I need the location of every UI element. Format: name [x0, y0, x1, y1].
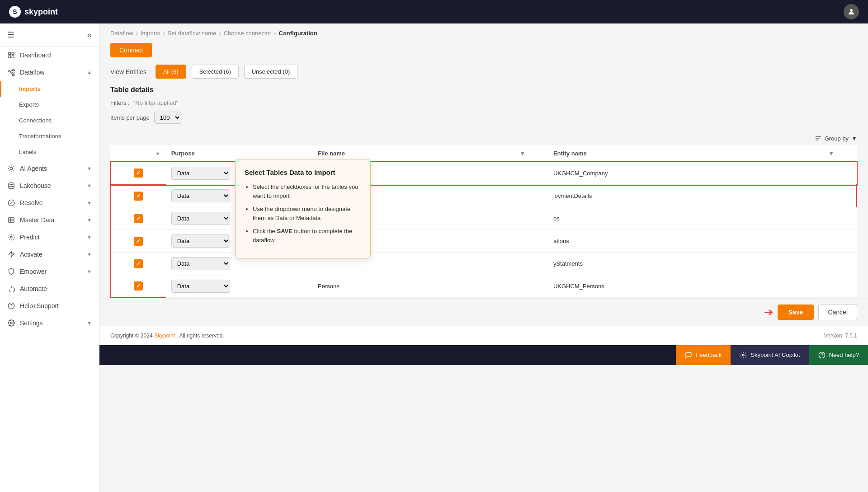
sidebar-item-dataflow[interactable]: Dataflow ▲ [0, 64, 99, 81]
view-entities-selected-button[interactable]: Selected (6) [192, 65, 239, 79]
row5-checkbox[interactable] [134, 259, 143, 268]
sidebar-label-resolve: Resolve [20, 199, 43, 206]
row1-filter2-cell [823, 162, 857, 185]
sep1: › [136, 30, 138, 37]
sidebar-item-connections[interactable]: Connections [0, 112, 99, 128]
settings-chevron: ▼ [87, 320, 92, 326]
copilot-icon [740, 351, 747, 359]
aiagents-chevron: ▼ [87, 166, 92, 171]
row1-entity-cell: UKGHCM_Company [548, 162, 823, 185]
sidebar-item-aiagents[interactable]: AI Agents ▼ [0, 160, 99, 177]
row2-filter2-cell [823, 185, 857, 207]
sidebar-item-imports[interactable]: Imports [0, 81, 99, 97]
feedback-button[interactable]: Feedback [676, 345, 731, 365]
sidebar-collapse-icon[interactable]: « [87, 30, 92, 40]
row6-purpose-select[interactable]: DataMetadata [171, 280, 230, 293]
sidebar-item-masterdata[interactable]: Master Data ▼ [0, 211, 99, 229]
table-container: Select Tables Data to Import Select the … [99, 145, 868, 298]
view-entities-unselected-button[interactable]: Unselected (0) [244, 65, 298, 79]
connect-button[interactable]: Connect [110, 43, 152, 57]
row2-entity-name: loymentDetails [553, 192, 592, 199]
sidebar-item-transformations[interactable]: Transformations [0, 128, 99, 144]
row5-filter-cell [514, 253, 548, 275]
main-layout: ☰ « Dashboard Dataflow ▲ Imports Exports [0, 23, 868, 492]
purpose-col-label: Purpose [171, 150, 195, 157]
breadcrumb-dataflow[interactable]: Dataflow [110, 30, 133, 37]
row1-purpose-select[interactable]: DataMetadata [171, 167, 230, 180]
row5-purpose-select[interactable]: DataMetadata [171, 257, 230, 270]
help-button[interactable]: Need help? [809, 345, 868, 365]
row2-purpose-select[interactable]: DataMetadata [171, 189, 230, 202]
row3-purpose-select[interactable]: DataMetadata [171, 212, 230, 225]
copilot-button[interactable]: Skypoint AI Copilot [731, 345, 809, 365]
table-row: DataMetadata ations [111, 230, 857, 253]
sidebar-item-helpsupport[interactable]: Help+Support [0, 297, 99, 314]
row6-filter-cell [514, 275, 548, 298]
row2-checkbox[interactable] [134, 192, 143, 201]
sidebar-item-settings[interactable]: Settings ▼ [0, 314, 99, 332]
sidebar-item-activate[interactable]: Activate ▼ [0, 246, 99, 263]
filters-label: Filters : [110, 99, 130, 106]
cancel-button[interactable]: Cancel [818, 304, 857, 320]
sidebar-item-predict[interactable]: Predict ▼ [0, 229, 99, 246]
view-entities-all-button[interactable]: All (6) [156, 65, 186, 79]
items-per-page-select[interactable]: 100 50 25 [154, 112, 181, 124]
sidebar-label-lakehouse: Lakehouse [20, 182, 51, 189]
breadcrumb-imports[interactable]: Imports [141, 30, 160, 37]
filename-filter-icon[interactable]: ▼ [519, 150, 525, 157]
empower-chevron: ▼ [87, 269, 92, 274]
row6-filename-cell: Persons [312, 275, 514, 298]
svg-point-26 [742, 354, 744, 356]
sidebar-item-dashboard[interactable]: Dashboard [0, 47, 99, 64]
sidebar-label-helpsupport: Help+Support [20, 302, 59, 309]
sidebar-label-masterdata: Master Data [20, 216, 54, 224]
sidebar-item-automate[interactable]: Automate [0, 280, 99, 297]
sidebar-label-exports: Exports [19, 101, 39, 108]
select-tables-popover: Select Tables Data to Import Select the … [235, 159, 371, 258]
svg-point-0 [850, 9, 853, 12]
filename-col-label: File name [318, 150, 345, 157]
sep4: › [274, 30, 276, 37]
row6-checkbox[interactable] [134, 281, 143, 291]
empower-icon [7, 267, 15, 276]
svg-point-13 [9, 183, 14, 184]
save-button[interactable]: Save [778, 305, 814, 320]
header-chevron-down-icon[interactable]: ▼ [156, 151, 160, 156]
popover-title: Select Tables Data to Import [245, 169, 361, 176]
row4-purpose-select[interactable]: DataMetadata [171, 234, 230, 248]
group-by-icon [815, 135, 822, 142]
sidebar-menu-icon[interactable]: ☰ [7, 30, 14, 40]
breadcrumb-setname[interactable]: Set dataflow name [168, 30, 217, 37]
row4-checkbox[interactable] [134, 237, 143, 246]
sidebar-label-empower: Empower [20, 268, 47, 275]
masterdata-chevron: ▼ [87, 217, 92, 223]
sidebar-label-settings: Settings [20, 319, 43, 327]
sidebar-item-empower[interactable]: Empower ▼ [0, 263, 99, 280]
row1-checkbox[interactable] [134, 169, 143, 178]
sidebar-item-exports[interactable]: Exports [0, 97, 99, 112]
sidebar-item-lakehouse[interactable]: Lakehouse ▼ [0, 177, 99, 194]
entity-col-label: Entity name [553, 150, 587, 157]
row4-filter-cell [514, 230, 548, 253]
app-name: skypoint [24, 7, 58, 17]
sidebar-item-labels[interactable]: Labels [0, 144, 99, 160]
row6-entity-cell: UKGHCM_Persons [548, 275, 823, 298]
row3-checkbox[interactable] [134, 214, 143, 223]
popover-bullet-list: Select the checkboxes for the tables you… [245, 183, 361, 244]
sidebar-label-activate: Activate [20, 251, 42, 258]
group-by-button[interactable]: Group by ▼ [815, 135, 857, 142]
row4-check-cell [111, 230, 166, 253]
row6-check-cell [111, 275, 166, 298]
group-by-chevron: ▼ [851, 135, 857, 142]
breadcrumb: Dataflow › Imports › Set dataflow name ›… [99, 23, 868, 43]
entity-filter-icon[interactable]: ▼ [828, 150, 834, 157]
table-details-header: Table details Filters : "No filter appli… [99, 86, 868, 135]
user-avatar[interactable] [844, 4, 859, 19]
sidebar-item-resolve[interactable]: Resolve ▼ [0, 194, 99, 211]
sidebar-label-automate: Automate [20, 285, 47, 292]
view-entities-label: View Entities : [110, 68, 150, 75]
row2-entity-cell: loymentDetails [548, 185, 823, 207]
brand-link[interactable]: Skypoint [154, 333, 175, 339]
breadcrumb-chooseconnector[interactable]: Choose connector [224, 30, 272, 37]
svg-rect-14 [9, 217, 14, 223]
